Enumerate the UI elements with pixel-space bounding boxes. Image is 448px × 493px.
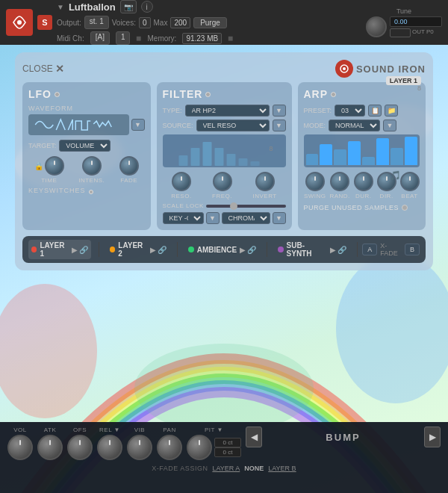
- output-label: Output:: [57, 19, 81, 27]
- midi-dropdown[interactable]: [A]: [90, 31, 110, 45]
- pit-knob[interactable]: [187, 435, 212, 460]
- close-button[interactable]: CLOSE ✕: [22, 63, 64, 75]
- mode-down-btn[interactable]: ▼: [383, 120, 396, 131]
- vol-label: VOL: [13, 427, 27, 433]
- vib-knob[interactable]: [127, 435, 152, 460]
- xfade-a-button[interactable]: A: [362, 244, 377, 255]
- freq-knob[interactable]: [213, 172, 232, 191]
- max-value: 200: [170, 17, 190, 28]
- type-down-btn[interactable]: ▼: [273, 105, 286, 117]
- ambience-play[interactable]: ▶: [240, 246, 246, 254]
- rel-knob[interactable]: [97, 435, 122, 460]
- subsynth-play[interactable]: ▶: [330, 246, 336, 254]
- layer1-play[interactable]: ▶: [72, 246, 78, 254]
- waveform-dropdown[interactable]: ▼: [131, 119, 145, 131]
- lfo-title: LFO: [28, 88, 145, 100]
- layer2-link[interactable]: 🔗: [158, 246, 167, 254]
- purge-indicator[interactable]: [402, 205, 408, 211]
- svg-rect-16: [238, 158, 247, 166]
- fade-knob-group: FADE: [119, 156, 139, 184]
- arp-title: ARP: [304, 88, 420, 100]
- voices-value: 0: [139, 17, 151, 28]
- voices-label: Voices:: [112, 19, 136, 27]
- atk-knob[interactable]: [37, 435, 63, 460]
- ambience-tab[interactable]: AMBIENCE ▶ 🔗: [185, 244, 259, 255]
- preset-paste-btn[interactable]: 📁: [385, 105, 398, 117]
- svg-rect-15: [226, 154, 235, 166]
- ofs-knob[interactable]: [67, 435, 93, 460]
- filter-title: FILTER: [163, 88, 286, 100]
- pan-knob[interactable]: [157, 435, 182, 460]
- key-dropdown[interactable]: KEY -C: [163, 212, 204, 224]
- layer2-tab[interactable]: LAYER 2 ▶ 🔗: [107, 240, 169, 259]
- layer1-name: LAYER 1: [40, 241, 68, 258]
- invert-label: INVERT: [253, 193, 277, 199]
- purge-button[interactable]: Purge: [193, 17, 227, 28]
- source-dropdown[interactable]: VEL RESO: [196, 120, 270, 131]
- arp-bar-2: [320, 144, 332, 166]
- subsynth-tab[interactable]: SUB-SYNTH ▶ 🔗: [275, 240, 349, 259]
- mode-dropdown[interactable]: NORMAL: [329, 120, 380, 131]
- invert-knob-group: INVERT: [253, 172, 277, 199]
- output-dropdown[interactable]: st. 1: [84, 16, 109, 29]
- time-knob[interactable]: [45, 156, 64, 176]
- instrument-section: ▼ Luftballon 📷 i Output: st. 1 Voices: 0…: [57, 0, 361, 45]
- rel-group: REL ▼: [97, 427, 122, 460]
- dur-label: DUR.: [355, 193, 372, 199]
- scale-dropdown[interactable]: CHROMATIC: [222, 212, 270, 224]
- waveform-display: [28, 114, 129, 135]
- time-label: TIME: [41, 177, 57, 184]
- subsynth-link[interactable]: 🔗: [337, 246, 346, 254]
- xfade-assign-row: X-FADE ASSIGN LAYER A NONE LAYER B: [7, 465, 441, 472]
- bump-right-arrow[interactable]: ▶: [424, 427, 441, 447]
- bump-section: ◀ BUMP ▶: [246, 427, 441, 447]
- type-dropdown[interactable]: AR HP2: [185, 105, 270, 117]
- invert-knob[interactable]: [255, 172, 275, 191]
- reso-knob[interactable]: [172, 172, 191, 191]
- lfo-dot: [55, 92, 60, 97]
- fade-knob[interactable]: [119, 156, 139, 176]
- divider2: [177, 242, 178, 257]
- swing-knob[interactable]: [305, 172, 325, 191]
- ambience-link[interactable]: 🔗: [247, 246, 256, 254]
- scale-down-btn[interactable]: ▼: [273, 212, 286, 224]
- atk-group: ATK: [37, 427, 63, 460]
- bump-left-arrow[interactable]: ◀: [246, 427, 262, 447]
- layer1-controls: ▶ 🔗: [72, 246, 88, 254]
- layer-a-btn[interactable]: LAYER A: [212, 465, 240, 472]
- midi-num-dropdown[interactable]: 1: [116, 31, 131, 45]
- svg-rect-11: [178, 155, 187, 166]
- info-button[interactable]: i: [141, 1, 153, 13]
- mode-label: MODE:: [304, 122, 326, 129]
- source-down-btn[interactable]: ▼: [273, 120, 286, 131]
- preset-copy-btn[interactable]: 📋: [368, 105, 382, 117]
- svg-rect-17: [250, 161, 259, 166]
- camera-button[interactable]: 📷: [120, 0, 137, 13]
- subsynth-controls: ▶ 🔗: [330, 246, 346, 254]
- rand-knob[interactable]: [330, 172, 349, 191]
- arp-bar-5: [362, 157, 375, 165]
- dur-knob[interactable]: [354, 172, 373, 191]
- s-button[interactable]: S: [37, 15, 52, 30]
- layer2-play[interactable]: ▶: [150, 246, 156, 254]
- target-dropdown[interactable]: VOLUME: [59, 140, 111, 152]
- preset-dropdown[interactable]: 03: [335, 105, 365, 117]
- dir-label: DIR.: [380, 193, 393, 199]
- key-down-btn[interactable]: ▼: [206, 212, 220, 224]
- tune-knob[interactable]: [366, 16, 387, 37]
- xfade-b-button[interactable]: B: [405, 244, 420, 255]
- target-label: TARGET:: [28, 142, 56, 149]
- layer1-tab[interactable]: LAYER 1 ▶ 🔗: [28, 240, 91, 259]
- pit-label: PIT ▼: [205, 427, 223, 433]
- vol-knob[interactable]: [7, 435, 33, 460]
- main-panel: CLOSE ✕ SOUND IRON LFO: [15, 52, 433, 270]
- subsynth-name: SUB-SYNTH: [287, 241, 328, 258]
- layer1-badge: LAYER 1: [386, 76, 421, 85]
- beat-knob[interactable]: [400, 172, 420, 191]
- beat-knob-group: BEAT: [400, 172, 420, 199]
- layer-b-btn[interactable]: LAYER B: [268, 465, 296, 472]
- layer2-dot: [110, 246, 115, 252]
- layer1-link[interactable]: 🔗: [79, 246, 88, 254]
- intens-knob[interactable]: [82, 156, 102, 176]
- arp-bar-4: [348, 141, 361, 165]
